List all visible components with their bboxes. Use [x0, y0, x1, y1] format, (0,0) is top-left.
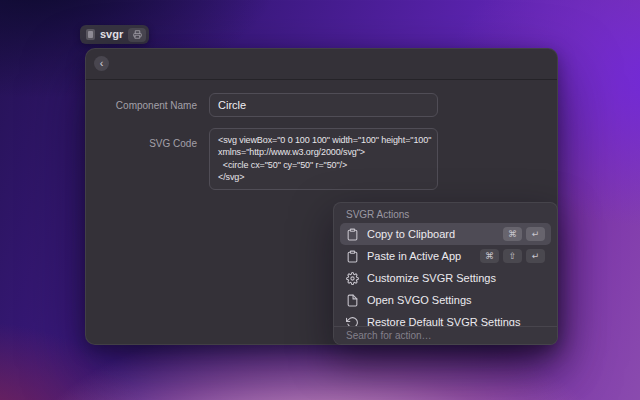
desktop-background: svgr ‹ Component Name Circle SVG Code <s…: [0, 0, 640, 400]
action-label: Paste in Active App: [367, 250, 472, 262]
tab-title: svgr: [100, 29, 123, 40]
window-header: ‹: [86, 49, 557, 80]
action-item[interactable]: Customize SVGR Settings: [340, 267, 551, 289]
shortcut-key: ↵: [526, 249, 545, 263]
shortcut-key: ⇧: [503, 249, 522, 263]
svg-code-label: SVG Code: [86, 138, 197, 149]
action-item[interactable]: Paste in Active App⌘⇧↵: [340, 245, 551, 267]
file-icon: [346, 294, 359, 307]
actions-panel-title: SVGR Actions: [334, 203, 557, 225]
action-shortcuts: ⌘↵: [503, 227, 545, 241]
shortcut-key: ⌘: [503, 227, 522, 241]
clipboard-icon: [346, 228, 359, 241]
action-search-placeholder: Search for action…: [346, 330, 432, 341]
component-name-value: Circle: [218, 99, 246, 111]
component-name-label: Component Name: [86, 100, 197, 111]
action-label: Open SVGO Settings: [367, 294, 537, 306]
svg-code-row: SVG Code <svg viewBox="0 0 100 100" widt…: [86, 128, 438, 190]
shortcut-key: ↵: [526, 227, 545, 241]
gear-icon: [346, 272, 359, 285]
svgr-extension-icon: [86, 29, 95, 40]
action-label: Customize SVGR Settings: [367, 272, 537, 284]
action-label: Copy to Clipboard: [367, 228, 495, 240]
chevron-left-icon: ‹: [100, 57, 104, 69]
svg-code-textarea[interactable]: <svg viewBox="0 0 100 100" width="100" h…: [209, 128, 438, 190]
actions-list: Copy to Clipboard⌘↵Paste in Active App⌘⇧…: [334, 223, 557, 329]
printer-button[interactable]: [128, 28, 146, 42]
shortcut-key: ⌘: [480, 249, 499, 263]
action-search-input[interactable]: Search for action…: [334, 326, 557, 344]
actions-panel: SVGR Actions Copy to Clipboard⌘↵Paste in…: [333, 202, 558, 345]
action-shortcuts: ⌘⇧↵: [480, 249, 545, 263]
component-name-input[interactable]: Circle: [209, 93, 438, 117]
svgr-window-tab[interactable]: svgr: [80, 25, 149, 44]
back-button[interactable]: ‹: [94, 56, 109, 71]
component-name-row: Component Name Circle: [86, 93, 438, 117]
action-item[interactable]: Copy to Clipboard⌘↵: [340, 223, 551, 245]
action-item[interactable]: Open SVGO Settings: [340, 289, 551, 311]
clipboard-icon: [346, 250, 359, 263]
printer-icon: [133, 30, 142, 39]
